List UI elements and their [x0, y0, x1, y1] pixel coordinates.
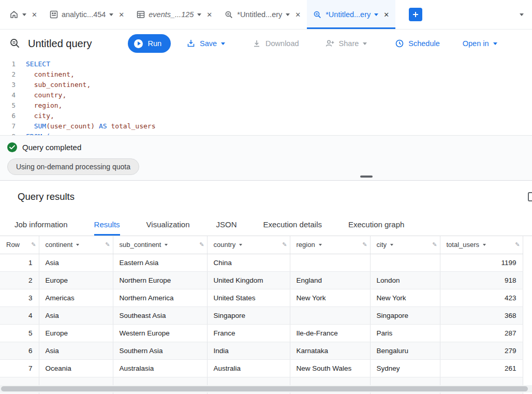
- table-row: 2EuropeNorthern EuropeUnited KingdomEngl…: [0, 271, 523, 289]
- chevron-down-icon[interactable]: [22, 13, 26, 16]
- column-header-city[interactable]: city✎: [370, 236, 440, 254]
- chevron-down-icon: [363, 42, 367, 45]
- tab-untitled-query-1[interactable]: *Untitled...ery ✕: [218, 0, 307, 29]
- tab-table-events[interactable]: events_...125 ✕: [130, 0, 218, 29]
- close-icon[interactable]: ✕: [295, 11, 301, 19]
- chevron-down-icon[interactable]: [319, 244, 322, 246]
- sql-editor[interactable]: 1SELECT 2 continent, 3 sub_continent, 4 …: [0, 57, 532, 135]
- query-status-message: Query completed: [22, 143, 81, 152]
- tab-dataset-analytics[interactable]: analytic...454 ✕: [43, 0, 130, 29]
- close-icon[interactable]: ✕: [383, 11, 389, 19]
- query-icon: [225, 10, 233, 19]
- tab-execution-details[interactable]: Execution details: [263, 220, 322, 236]
- query-toolbar: Untitled query Run Save Download Share S…: [0, 30, 532, 57]
- line-number: 4: [0, 90, 26, 100]
- tab-results[interactable]: Results: [94, 220, 120, 236]
- line-number: 1: [0, 59, 26, 69]
- chevron-down-icon: [493, 42, 497, 45]
- run-label: Run: [147, 39, 161, 48]
- tab-label: analytic...454: [62, 10, 106, 19]
- column-header-country[interactable]: country✎: [207, 236, 290, 254]
- table-row: 6AsiaSouthern AsiaIndiaKarnatakaBengalur…: [0, 342, 523, 359]
- schedule-label: Schedule: [408, 39, 439, 48]
- query-title: Untitled query: [28, 38, 92, 50]
- table-row: 1AsiaEastern AsiaChina1199: [0, 254, 523, 271]
- add-person-icon: [325, 39, 335, 48]
- close-icon[interactable]: ✕: [119, 11, 124, 19]
- tab-label: *Untitled...ery: [326, 10, 371, 19]
- scrollbar-thumb[interactable]: [1, 386, 528, 391]
- table-row: 3AmericasNorthern AmericaUnited StatesNe…: [0, 289, 523, 307]
- table-row: 4AsiaSoutheast AsiaSingaporeSingapore368: [0, 307, 523, 324]
- code-line: 2 continent,: [0, 69, 532, 80]
- open-in-label: Open in: [463, 39, 489, 48]
- line-number: 5: [0, 100, 26, 111]
- pen-icon: ✎: [515, 242, 520, 247]
- table-header-row: Row✎ continent✎ sub_continent✎ country✎ …: [0, 236, 523, 254]
- chevron-down-icon[interactable]: [76, 244, 79, 246]
- column-header-continent[interactable]: continent✎: [39, 236, 113, 254]
- chevron-down-icon[interactable]: [197, 13, 201, 16]
- run-button[interactable]: Run: [128, 34, 171, 53]
- chevron-down-icon[interactable]: [286, 13, 290, 16]
- results-title: Query results: [18, 191, 75, 202]
- chevron-down-icon[interactable]: [239, 244, 242, 246]
- pen-icon: ✎: [105, 242, 110, 247]
- column-header-row[interactable]: Row✎: [0, 236, 39, 254]
- table-icon: [137, 10, 145, 19]
- clock-icon: [395, 39, 404, 48]
- code-line: 4 country,: [0, 90, 532, 100]
- close-icon[interactable]: ✕: [32, 11, 37, 19]
- pen-icon: ✎: [31, 242, 36, 247]
- chevron-down-icon[interactable]: [109, 13, 113, 16]
- pen-icon: ✎: [432, 242, 437, 247]
- share-button[interactable]: Share: [325, 39, 367, 48]
- tab-job-information[interactable]: Job information: [14, 220, 68, 236]
- query-icon: [9, 38, 21, 49]
- chevron-down-icon[interactable]: [374, 13, 378, 16]
- success-check-icon: [7, 142, 17, 152]
- column-header-total-users[interactable]: total_users✎: [440, 236, 523, 254]
- quota-badge: Using on-demand processing quota: [7, 158, 139, 175]
- close-icon[interactable]: ✕: [206, 11, 212, 19]
- tab-home[interactable]: ✕: [3, 0, 43, 29]
- save-button[interactable]: Save: [186, 39, 225, 48]
- schedule-button[interactable]: Schedule: [395, 39, 439, 48]
- code-line: 1SELECT: [0, 59, 532, 69]
- code-line: 5 region,: [0, 100, 532, 111]
- play-icon: [134, 39, 143, 48]
- panel-resize-handle[interactable]: [360, 176, 373, 178]
- open-in-button[interactable]: Open in: [463, 39, 497, 48]
- download-icon: [252, 39, 261, 48]
- editor-tab-bar: ✕ analytic...454 ✕ events_...125 ✕ *Unti…: [0, 0, 532, 30]
- horizontal-scrollbar[interactable]: [0, 385, 532, 392]
- save-icon: [186, 39, 196, 48]
- chevron-down-icon[interactable]: [165, 244, 168, 246]
- share-label: Share: [339, 39, 359, 48]
- add-tab-button[interactable]: [409, 8, 422, 21]
- column-header-sub-continent[interactable]: sub_continent✎: [113, 236, 207, 254]
- download-button[interactable]: Download: [252, 39, 299, 48]
- results-table: Row✎ continent✎ sub_continent✎ country✎ …: [0, 236, 523, 394]
- dataset-icon: [50, 10, 58, 19]
- chevron-down-icon[interactable]: [390, 244, 393, 246]
- tab-label: events_...125: [149, 10, 194, 19]
- pen-icon: ✎: [362, 242, 367, 247]
- code-line: 3 sub_continent,: [0, 80, 532, 90]
- plus-icon: [412, 11, 419, 18]
- tab-execution-graph[interactable]: Execution graph: [348, 220, 404, 236]
- tab-overflow-chevron-icon[interactable]: [520, 13, 524, 16]
- chevron-down-icon[interactable]: [483, 244, 486, 246]
- results-tab-bar: Job information Results Visualization JS…: [0, 213, 532, 236]
- save-label: Save: [200, 39, 217, 48]
- query-icon: [313, 10, 322, 19]
- tab-untitled-query-2-active[interactable]: *Untitled...ery ✕: [307, 0, 395, 29]
- code-line: 8FROM (: [0, 132, 532, 135]
- pen-icon: ✎: [282, 242, 287, 247]
- fullscreen-results-icon[interactable]: [528, 192, 532, 201]
- tab-json[interactable]: JSON: [216, 220, 237, 236]
- pen-icon: ✎: [199, 242, 204, 247]
- code-line: 7 SUM(user_count) AS total_users: [0, 121, 532, 132]
- column-header-region[interactable]: region✎: [290, 236, 370, 254]
- tab-visualization[interactable]: Visualization: [146, 220, 190, 236]
